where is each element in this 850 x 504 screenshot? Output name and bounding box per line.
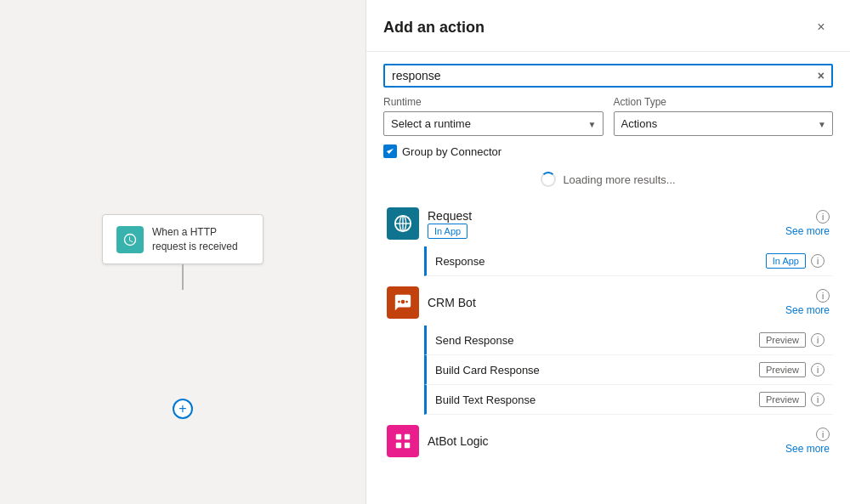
group-by-connector-checkbox[interactable] <box>383 144 397 158</box>
runtime-label: Runtime <box>383 96 604 108</box>
action-item-build-text-response[interactable]: Build Text Response Preview i <box>424 385 833 415</box>
connector-name-crmbot: CRM Bot <box>428 296 777 309</box>
action-item-name-response: Response <box>435 255 485 268</box>
svg-rect-7 <box>396 434 401 439</box>
runtime-select[interactable]: Select a runtime <box>383 111 604 136</box>
action-badge-preview-card: Preview <box>759 362 806 377</box>
connector-icon-atbot <box>387 425 419 457</box>
action-info-icon-response[interactable]: i <box>811 254 824 268</box>
connector-info-icon-atbot[interactable]: i <box>816 428 830 441</box>
action-type-select-wrapper[interactable]: Actions ▼ <box>614 111 834 136</box>
action-type-select[interactable]: Actions <box>614 111 834 136</box>
connector-badge-inapp: In App <box>428 224 468 239</box>
connector-header-atbot: AtBot Logic i See more <box>383 418 833 464</box>
add-step-button[interactable]: + <box>173 399 193 419</box>
runtime-filter-group: Runtime Select a runtime ▼ <box>383 96 604 136</box>
connector-header-crmbot: CRM Bot i See more <box>383 280 833 326</box>
connector-group-atbot: AtBot Logic i See more <box>383 418 833 464</box>
connector-icon-crmbot <box>387 286 419 319</box>
connector-group-request: Request In App i See more Response In Ap… <box>383 201 833 276</box>
action-badge-inapp-response: In App <box>766 253 806 269</box>
connector-name-request: Request <box>428 209 777 223</box>
trigger-icon <box>116 226 144 253</box>
action-item-name-build-card: Build Card Response <box>435 364 540 377</box>
connector-header-request: Request In App i See more <box>383 201 833 246</box>
svg-point-6 <box>405 301 408 303</box>
action-info-icon-build-card[interactable]: i <box>811 363 824 377</box>
connector-info-icon-crmbot[interactable]: i <box>816 289 830 303</box>
loading-text: Loading more results... <box>563 173 675 186</box>
trigger-card[interactable]: When a HTTP request is received <box>102 214 264 265</box>
connector-see-more-crmbot[interactable]: See more <box>785 304 830 316</box>
runtime-select-wrapper[interactable]: Select a runtime ▼ <box>383 111 604 136</box>
svg-rect-9 <box>396 443 401 448</box>
action-info-icon-send-response[interactable]: i <box>811 333 824 347</box>
svg-rect-8 <box>405 434 410 439</box>
loading-row: Loading more results... <box>383 167 833 192</box>
connector-icon-request <box>387 207 419 240</box>
action-panel: Add an action × × Runtime Select a runti… <box>366 0 850 504</box>
search-box[interactable]: × <box>383 64 833 88</box>
action-badge-preview-text: Preview <box>759 392 806 407</box>
svg-point-5 <box>398 301 400 303</box>
trigger-label: When a HTTP request is received <box>152 225 249 254</box>
close-button[interactable]: × <box>809 15 833 39</box>
action-type-label: Action Type <box>614 96 834 108</box>
connector-group-crmbot: CRM Bot i See more Send Response Preview… <box>383 280 833 415</box>
action-badge-preview-send: Preview <box>759 332 806 348</box>
action-item-build-card-response[interactable]: Build Card Response Preview i <box>424 355 833 385</box>
group-by-connector-label: Group by Connector <box>402 145 502 158</box>
svg-point-4 <box>401 300 405 304</box>
connector-info-icon-request[interactable]: i <box>816 210 830 224</box>
svg-rect-10 <box>405 443 410 448</box>
panel-body: × Runtime Select a runtime ▼ Action Type… <box>366 52 850 504</box>
loading-spinner <box>541 172 556 187</box>
group-by-connector-row[interactable]: Group by Connector <box>383 144 833 158</box>
panel-header: Add an action × <box>366 0 850 52</box>
filter-row: Runtime Select a runtime ▼ Action Type A… <box>383 96 833 136</box>
connector-see-more-atbot[interactable]: See more <box>785 443 830 455</box>
panel-title: Add an action <box>383 19 484 37</box>
action-type-filter-group: Action Type Actions ▼ <box>614 96 834 136</box>
results-list: Request In App i See more Response In Ap… <box>383 201 833 492</box>
action-item-send-response[interactable]: Send Response Preview i <box>424 326 833 355</box>
search-clear-button[interactable]: × <box>818 69 824 82</box>
canvas-area: When a HTTP request is received + <box>0 0 366 504</box>
action-item-name-send-response: Send Response <box>435 334 514 347</box>
action-item-response[interactable]: Response In App i <box>424 246 833 276</box>
action-info-icon-build-text[interactable]: i <box>811 393 824 406</box>
action-item-name-build-text: Build Text Response <box>435 394 536 406</box>
connector-see-more-request[interactable]: See more <box>785 225 830 237</box>
search-input[interactable] <box>392 69 813 82</box>
connector-name-atbot: AtBot Logic <box>428 434 777 448</box>
